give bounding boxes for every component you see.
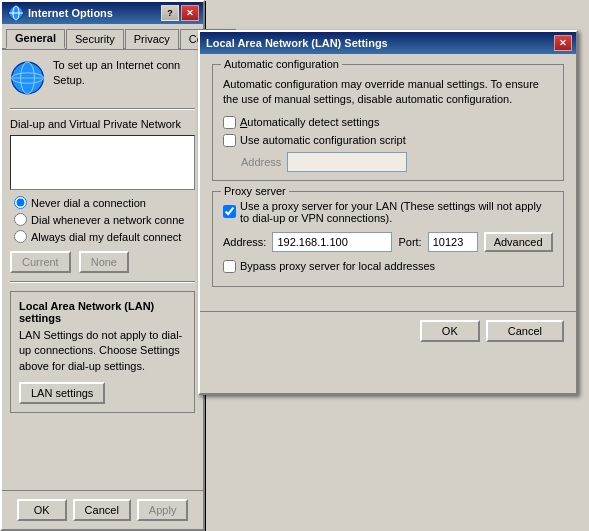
lan-ok-cancel: OK Cancel: [200, 311, 576, 350]
lan-settings-title: Local Area Network (LAN) settings: [19, 300, 186, 324]
proxy-row: Address: Port: Advanced: [223, 232, 553, 252]
tab-bar: General Security Privacy Conte...: [2, 24, 203, 50]
internet-options-dialog: Internet Options ? ✕ General Security Pr…: [0, 0, 205, 531]
address-input[interactable]: [287, 152, 407, 172]
radio-never[interactable]: Never dial a connection: [14, 196, 195, 209]
auto-detect-row: Automatically detect settings: [223, 116, 553, 129]
globe-icon: [10, 58, 45, 98]
radio-group: Never dial a connection Dial whenever a …: [10, 196, 195, 243]
tab-privacy[interactable]: Privacy: [125, 29, 179, 49]
content-area: To set up an Internet conn Setup. Dial-u…: [2, 50, 203, 429]
proxy-address-label: Address:: [223, 236, 266, 248]
help-button[interactable]: ?: [161, 5, 179, 21]
titlebar-left: Internet Options: [8, 5, 113, 21]
auto-detect-label: Automatically detect settings: [240, 116, 379, 128]
auto-config-script-checkbox[interactable]: [223, 134, 236, 147]
titlebar-buttons: ? ✕: [161, 5, 199, 21]
ok-button[interactable]: OK: [17, 499, 67, 521]
bypass-label: Bypass proxy server for local addresses: [240, 260, 435, 272]
connections-list: [10, 135, 195, 190]
tab-general[interactable]: General: [6, 29, 65, 49]
lan-settings-text: LAN Settings do not apply to dial-up con…: [19, 328, 186, 374]
setup-text: To set up an Internet conn Setup.: [53, 58, 195, 89]
lan-settings-button[interactable]: LAN settings: [19, 382, 105, 404]
address-field-label: Address: [241, 156, 281, 168]
use-proxy-checkbox[interactable]: [223, 205, 236, 218]
auto-config-script-label: Use automatic configuration script: [240, 134, 406, 146]
lan-dialog-title: Local Area Network (LAN) Settings: [206, 37, 388, 49]
bypass-row: Bypass proxy server for local addresses: [223, 260, 553, 273]
internet-options-title: Internet Options: [28, 7, 113, 19]
radio-always[interactable]: Always dial my default connect: [14, 230, 195, 243]
auto-config-label: Automatic configuration: [221, 58, 342, 70]
apply-button[interactable]: Apply: [137, 499, 189, 521]
bypass-checkbox[interactable]: [223, 260, 236, 273]
proxy-port-label: Port:: [398, 236, 421, 248]
auto-config-script-row: Use automatic configuration script: [223, 134, 553, 147]
divider2: [10, 281, 195, 283]
lan-content: Automatic configuration Automatic config…: [200, 54, 576, 307]
dial-label: Dial-up and Virtual Private Network: [10, 118, 195, 130]
auto-config-desc: Automatic configuration may override man…: [223, 77, 553, 108]
advanced-button[interactable]: Advanced: [484, 232, 553, 252]
lan-dialog: Local Area Network (LAN) Settings ✕ Auto…: [198, 30, 578, 395]
internet-options-titlebar: Internet Options ? ✕: [2, 2, 203, 24]
none-button[interactable]: None: [79, 251, 129, 273]
ie-icon: [8, 5, 24, 21]
lan-ok-button[interactable]: OK: [420, 320, 480, 342]
proxy-port-input[interactable]: [428, 232, 478, 252]
tab-security[interactable]: Security: [66, 29, 124, 49]
lan-close-button[interactable]: ✕: [554, 35, 572, 51]
lan-cancel-button[interactable]: Cancel: [486, 320, 564, 342]
address-row: Address: [223, 152, 553, 172]
dial-buttons-row: Current None: [10, 251, 195, 273]
divider1: [10, 108, 195, 110]
lan-titlebar-buttons: ✕: [554, 35, 572, 51]
use-proxy-label: Use a proxy server for your LAN (These s…: [240, 200, 553, 224]
radio-dial[interactable]: Dial whenever a network conne: [14, 213, 195, 226]
setup-section: To set up an Internet conn Setup.: [10, 58, 195, 98]
proxy-server-group: Proxy server Use a proxy server for your…: [212, 191, 564, 287]
proxy-checkbox-row: Use a proxy server for your LAN (These s…: [223, 200, 553, 224]
current-button[interactable]: Current: [10, 251, 71, 273]
proxy-server-label: Proxy server: [221, 185, 289, 197]
proxy-address-input[interactable]: [272, 232, 392, 252]
lan-titlebar: Local Area Network (LAN) Settings ✕: [200, 32, 576, 54]
auto-detect-checkbox[interactable]: [223, 116, 236, 129]
close-button[interactable]: ✕: [181, 5, 199, 21]
bottom-buttons: OK Cancel Apply: [2, 490, 203, 529]
auto-config-group: Automatic configuration Automatic config…: [212, 64, 564, 181]
cancel-button[interactable]: Cancel: [73, 499, 131, 521]
lan-settings-section: Local Area Network (LAN) settings LAN Se…: [10, 291, 195, 413]
